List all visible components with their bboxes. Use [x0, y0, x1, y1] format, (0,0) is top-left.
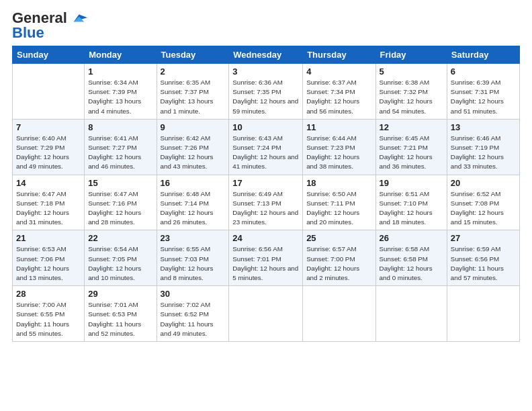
day-number: 30	[161, 289, 226, 299]
header: General Blue	[12, 7, 520, 42]
calendar-cell: 15Sunrise: 6:47 AMSunset: 7:16 PMDayligh…	[85, 175, 157, 230]
day-number: 23	[161, 233, 226, 243]
day-info: Sunrise: 6:55 AMSunset: 7:03 PMDaylight:…	[161, 244, 226, 283]
calendar-cell: 26Sunrise: 6:58 AMSunset: 6:58 PMDayligh…	[375, 230, 447, 286]
day-number: 24	[232, 233, 299, 243]
day-number: 10	[232, 122, 299, 132]
calendar-cell	[303, 286, 375, 342]
calendar-cell: 29Sunrise: 7:01 AMSunset: 6:53 PMDayligh…	[85, 286, 157, 342]
calendar-cell: 16Sunrise: 6:48 AMSunset: 7:14 PMDayligh…	[157, 175, 229, 230]
day-number: 2	[161, 66, 226, 77]
day-number: 20	[451, 178, 516, 188]
calendar-header-row: SundayMondayTuesdayWednesdayThursdayFrid…	[13, 46, 520, 64]
day-number: 6	[451, 66, 516, 77]
day-number: 22	[88, 233, 152, 243]
header-day-monday: Monday	[85, 46, 157, 64]
day-number: 8	[88, 122, 152, 132]
calendar-cell: 13Sunrise: 6:46 AMSunset: 7:19 PMDayligh…	[447, 119, 519, 175]
calendar-cell: 28Sunrise: 7:00 AMSunset: 6:55 PMDayligh…	[13, 286, 85, 342]
day-info: Sunrise: 6:48 AMSunset: 7:14 PMDaylight:…	[161, 189, 226, 228]
calendar-cell: 6Sunrise: 6:39 AMSunset: 7:31 PMDaylight…	[447, 64, 519, 120]
day-info: Sunrise: 6:41 AMSunset: 7:27 PMDaylight:…	[88, 134, 152, 172]
calendar-cell: 4Sunrise: 6:37 AMSunset: 7:34 PMDaylight…	[303, 64, 375, 120]
header-day-saturday: Saturday	[447, 46, 519, 64]
calendar-week-5: 28Sunrise: 7:00 AMSunset: 6:55 PMDayligh…	[13, 286, 520, 342]
day-info: Sunrise: 6:51 AMSunset: 7:10 PMDaylight:…	[380, 189, 443, 228]
day-info: Sunrise: 6:43 AMSunset: 7:24 PMDaylight:…	[232, 134, 299, 172]
header-day-wednesday: Wednesday	[229, 46, 303, 64]
day-info: Sunrise: 6:34 AMSunset: 7:39 PMDaylight:…	[88, 78, 152, 116]
day-info: Sunrise: 6:42 AMSunset: 7:26 PMDaylight:…	[161, 134, 226, 172]
day-info: Sunrise: 7:00 AMSunset: 6:55 PMDaylight:…	[16, 300, 81, 338]
calendar-cell: 23Sunrise: 6:55 AMSunset: 7:03 PMDayligh…	[157, 230, 229, 286]
day-number: 17	[232, 178, 299, 188]
day-number: 26	[380, 233, 443, 243]
day-number: 12	[380, 122, 443, 132]
calendar-cell: 10Sunrise: 6:43 AMSunset: 7:24 PMDayligh…	[229, 119, 303, 175]
day-number: 9	[161, 122, 226, 132]
day-number: 21	[16, 233, 81, 243]
day-info: Sunrise: 6:57 AMSunset: 7:00 PMDaylight:…	[306, 244, 371, 283]
calendar-cell: 22Sunrise: 6:54 AMSunset: 7:05 PMDayligh…	[85, 230, 157, 286]
calendar-cell: 7Sunrise: 6:40 AMSunset: 7:29 PMDaylight…	[13, 119, 85, 175]
day-number: 25	[306, 233, 371, 243]
calendar-cell: 2Sunrise: 6:35 AMSunset: 7:37 PMDaylight…	[157, 64, 229, 120]
header-day-friday: Friday	[375, 46, 447, 64]
day-info: Sunrise: 6:58 AMSunset: 6:58 PMDaylight:…	[380, 244, 443, 283]
calendar-cell: 27Sunrise: 6:59 AMSunset: 6:56 PMDayligh…	[447, 230, 519, 286]
calendar-table: SundayMondayTuesdayWednesdayThursdayFrid…	[12, 46, 520, 342]
day-info: Sunrise: 6:49 AMSunset: 7:13 PMDaylight:…	[232, 189, 299, 228]
calendar-cell: 19Sunrise: 6:51 AMSunset: 7:10 PMDayligh…	[375, 175, 447, 230]
day-number: 19	[380, 178, 443, 188]
logo: General Blue	[12, 9, 87, 42]
day-number: 3	[232, 66, 299, 77]
day-info: Sunrise: 7:01 AMSunset: 6:53 PMDaylight:…	[88, 300, 152, 338]
day-number: 7	[16, 122, 81, 132]
calendar-cell: 9Sunrise: 6:42 AMSunset: 7:26 PMDaylight…	[157, 119, 229, 175]
day-info: Sunrise: 6:38 AMSunset: 7:32 PMDaylight:…	[380, 78, 443, 116]
day-info: Sunrise: 6:37 AMSunset: 7:34 PMDaylight:…	[306, 78, 371, 116]
calendar-cell: 20Sunrise: 6:52 AMSunset: 7:08 PMDayligh…	[447, 175, 519, 230]
day-info: Sunrise: 6:44 AMSunset: 7:23 PMDaylight:…	[306, 134, 371, 172]
calendar-cell: 14Sunrise: 6:47 AMSunset: 7:18 PMDayligh…	[13, 175, 85, 230]
day-info: Sunrise: 6:35 AMSunset: 7:37 PMDaylight:…	[161, 78, 226, 116]
calendar-cell: 25Sunrise: 6:57 AMSunset: 7:00 PMDayligh…	[303, 230, 375, 286]
calendar-cell	[229, 286, 303, 342]
day-info: Sunrise: 6:46 AMSunset: 7:19 PMDaylight:…	[451, 134, 516, 172]
day-number: 28	[16, 289, 81, 299]
day-number: 4	[306, 66, 371, 77]
calendar-cell: 11Sunrise: 6:44 AMSunset: 7:23 PMDayligh…	[303, 119, 375, 175]
day-info: Sunrise: 6:52 AMSunset: 7:08 PMDaylight:…	[451, 189, 516, 228]
logo-blue: Blue	[12, 24, 44, 42]
header-day-tuesday: Tuesday	[157, 46, 229, 64]
day-info: Sunrise: 6:36 AMSunset: 7:35 PMDaylight:…	[232, 78, 299, 116]
day-number: 5	[380, 66, 443, 77]
calendar-week-4: 21Sunrise: 6:53 AMSunset: 7:06 PMDayligh…	[13, 230, 520, 286]
day-number: 14	[16, 178, 81, 188]
calendar-cell: 3Sunrise: 6:36 AMSunset: 7:35 PMDaylight…	[229, 64, 303, 120]
logo-bird-icon	[69, 12, 87, 24]
day-number: 18	[306, 178, 371, 188]
calendar-week-3: 14Sunrise: 6:47 AMSunset: 7:18 PMDayligh…	[13, 175, 520, 230]
day-number: 15	[88, 178, 152, 188]
day-number: 13	[451, 122, 516, 132]
main-container: General Blue SundayMondayTuesdayWednesda…	[0, 0, 532, 349]
calendar-cell: 21Sunrise: 6:53 AMSunset: 7:06 PMDayligh…	[13, 230, 85, 286]
calendar-cell: 18Sunrise: 6:50 AMSunset: 7:11 PMDayligh…	[303, 175, 375, 230]
calendar-week-1: 1Sunrise: 6:34 AMSunset: 7:39 PMDaylight…	[13, 64, 520, 120]
calendar-cell	[13, 64, 85, 120]
header-day-thursday: Thursday	[303, 46, 375, 64]
calendar-cell: 8Sunrise: 6:41 AMSunset: 7:27 PMDaylight…	[85, 119, 157, 175]
calendar-week-2: 7Sunrise: 6:40 AMSunset: 7:29 PMDaylight…	[13, 119, 520, 175]
calendar-cell: 5Sunrise: 6:38 AMSunset: 7:32 PMDaylight…	[375, 64, 447, 120]
day-number: 11	[306, 122, 371, 132]
day-info: Sunrise: 6:40 AMSunset: 7:29 PMDaylight:…	[16, 134, 81, 172]
header-day-sunday: Sunday	[13, 46, 85, 64]
day-number: 16	[161, 178, 226, 188]
day-info: Sunrise: 6:47 AMSunset: 7:18 PMDaylight:…	[16, 189, 81, 228]
calendar-cell: 30Sunrise: 7:02 AMSunset: 6:52 PMDayligh…	[157, 286, 229, 342]
day-info: Sunrise: 6:59 AMSunset: 6:56 PMDaylight:…	[451, 244, 516, 283]
day-info: Sunrise: 6:47 AMSunset: 7:16 PMDaylight:…	[88, 189, 152, 228]
calendar-cell: 1Sunrise: 6:34 AMSunset: 7:39 PMDaylight…	[85, 64, 157, 120]
day-info: Sunrise: 7:02 AMSunset: 6:52 PMDaylight:…	[161, 300, 226, 338]
